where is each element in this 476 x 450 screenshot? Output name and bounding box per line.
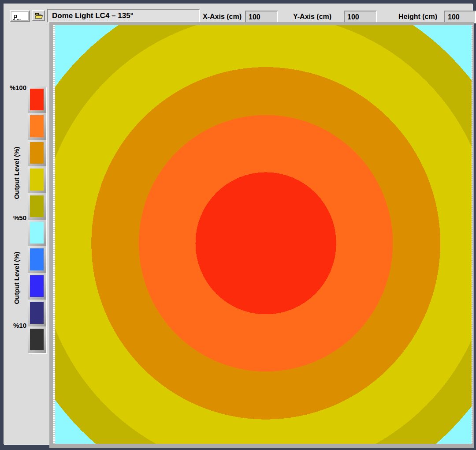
chart-inner-border — [53, 25, 472, 444]
legend-axis-label-lower: Output Level (%) — [13, 251, 20, 304]
legend-swatch — [28, 220, 46, 246]
legend-swatch — [28, 300, 46, 326]
height-input[interactable] — [444, 11, 476, 23]
y-axis-input[interactable] — [344, 11, 377, 23]
browse-button[interactable] — [32, 10, 45, 21]
legend-axis-label-upper: Output Level (%) — [13, 146, 20, 199]
height-label: Height (cm) — [398, 11, 437, 23]
legend-swatch — [28, 86, 46, 113]
y-axis-label: Y-Axis (cm) — [293, 11, 331, 23]
legend-tick-10: %10 — [4, 322, 26, 329]
legend-color-scale — [28, 86, 46, 353]
path-control[interactable]: ... — [10, 10, 30, 22]
legend-swatch — [28, 246, 46, 273]
intensity-chart — [49, 22, 474, 448]
x-axis-input[interactable] — [245, 11, 278, 23]
legend-swatch — [28, 193, 46, 220]
legend-tick-50: %50 — [4, 214, 26, 221]
window-frame: ... Dome Light LC4 – 135° X-Axis (cm) Y-… — [0, 0, 476, 450]
legend-tick-100: %100 — [4, 84, 26, 91]
device-title: Dome Light LC4 – 135° — [52, 11, 133, 20]
x-axis-label: X-Axis (cm) — [203, 11, 242, 23]
chart-plot-area — [55, 25, 472, 444]
intensity-ring — [195, 172, 336, 314]
legend-swatch — [28, 166, 46, 193]
legend-swatch — [28, 113, 46, 139]
legend-swatch — [28, 273, 46, 300]
legend-swatch — [28, 326, 46, 353]
device-title-field[interactable]: Dome Light LC4 – 135° — [47, 9, 200, 22]
app-panel: ... Dome Light LC4 – 135° X-Axis (cm) Y-… — [4, 4, 472, 444]
path-connector-icon — [13, 14, 17, 22]
legend-swatch — [28, 140, 46, 166]
open-folder-icon — [35, 13, 42, 19]
